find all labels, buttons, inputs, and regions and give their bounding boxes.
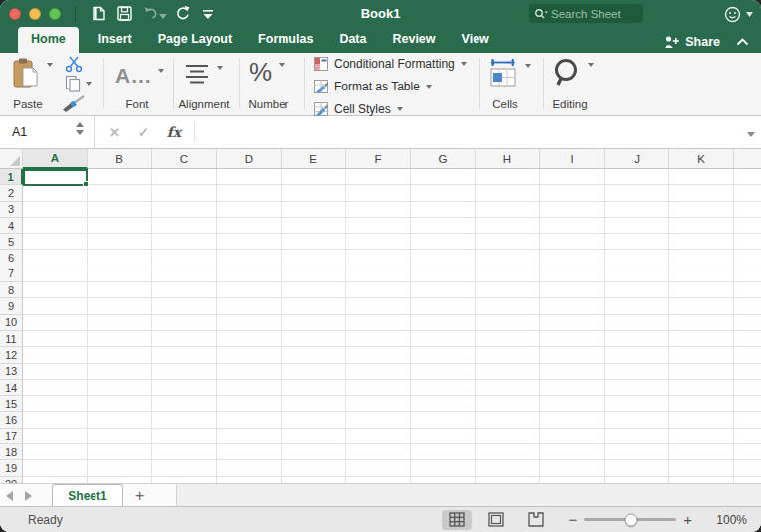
column-header-B[interactable]: B	[88, 149, 152, 169]
paste-button[interactable]	[10, 57, 53, 90]
grid-cell-D4[interactable]	[217, 218, 282, 234]
grid-cell-B3[interactable]	[88, 202, 152, 218]
grid-cell-C7[interactable]	[152, 266, 217, 282]
grid-cell-K1[interactable]	[669, 169, 734, 185]
grid-cell-E9[interactable]	[282, 298, 346, 314]
grid-cell-C16[interactable]	[152, 412, 217, 428]
grid-cell-K11[interactable]	[669, 331, 734, 347]
grid-cell-H19[interactable]	[476, 460, 540, 476]
grid-cell-K15[interactable]	[669, 396, 734, 412]
grid-cell-A2[interactable]	[23, 185, 88, 201]
grid-cell-partial-4[interactable]	[734, 218, 761, 234]
grid-cell-C18[interactable]	[152, 444, 217, 460]
grid-cell-B14[interactable]	[88, 380, 152, 396]
grid-cell-B17[interactable]	[88, 429, 152, 444]
grid-cell-K18[interactable]	[669, 444, 734, 460]
grid-cell-G5[interactable]	[411, 234, 476, 250]
row-header-4[interactable]: 4	[0, 218, 23, 234]
grid-cell-B4[interactable]	[88, 218, 152, 234]
grid-cell-J18[interactable]	[605, 444, 669, 460]
grid-cell-A4[interactable]	[23, 218, 88, 234]
column-header-E[interactable]: E	[282, 149, 346, 169]
grid-cell-F7[interactable]	[346, 266, 411, 282]
grid-cell-A10[interactable]	[23, 315, 88, 331]
add-sheet-button[interactable]: +	[123, 487, 156, 505]
grid-cell-G13[interactable]	[411, 364, 476, 380]
zoom-slider[interactable]	[584, 518, 676, 521]
grid-cell-C19[interactable]	[152, 460, 217, 476]
grid-cell-D3[interactable]	[217, 202, 282, 218]
grid-cell-H4[interactable]	[476, 218, 540, 234]
row-header-6[interactable]: 6	[0, 250, 23, 266]
grid-cell-G16[interactable]	[411, 412, 476, 428]
cells-menu-button[interactable]	[487, 58, 531, 89]
zoom-in-button[interactable]: +	[676, 511, 699, 528]
alignment-menu-button[interactable]	[183, 63, 223, 85]
grid-cell-partial-1[interactable]	[734, 169, 761, 185]
grid-cell-D5[interactable]	[217, 234, 282, 250]
grid-cell-partial-13[interactable]	[734, 364, 761, 380]
grid-cell-A18[interactable]	[23, 444, 88, 460]
grid-cell-I15[interactable]	[540, 396, 605, 412]
grid-cell-partial-7[interactable]	[734, 266, 761, 282]
collapse-ribbon-button[interactable]	[736, 38, 749, 46]
grid-cell-I19[interactable]	[540, 460, 605, 476]
grid-cell-F12[interactable]	[346, 347, 411, 363]
row-header-9[interactable]: 9	[0, 298, 23, 314]
grid-cell-F17[interactable]	[346, 429, 411, 444]
column-header-F[interactable]: F	[346, 149, 411, 169]
grid-cell-H13[interactable]	[476, 364, 540, 380]
grid-cell-E10[interactable]	[282, 315, 346, 331]
grid-cell-C1[interactable]	[152, 169, 217, 185]
insert-function-button[interactable]: fx	[158, 124, 190, 140]
grid-cell-F1[interactable]	[346, 169, 411, 185]
grid-cell-D6[interactable]	[217, 250, 282, 266]
copy-button[interactable]	[64, 75, 92, 92]
grid-cell-I16[interactable]	[540, 412, 605, 428]
grid-cell-J5[interactable]	[605, 234, 669, 250]
grid-cell-E11[interactable]	[282, 331, 346, 347]
grid-cell-B9[interactable]	[88, 298, 152, 314]
enter-button[interactable]: ✓	[129, 125, 158, 140]
grid-cell-I4[interactable]	[540, 218, 605, 234]
column-header-C[interactable]: C	[152, 149, 217, 169]
grid-cell-H15[interactable]	[476, 396, 540, 412]
page-layout-view-button[interactable]	[481, 510, 511, 530]
grid-cell-G17[interactable]	[411, 429, 476, 444]
grid-cell-C9[interactable]	[152, 298, 217, 314]
grid-cell-G1[interactable]	[411, 169, 476, 185]
grid-cell-A7[interactable]	[23, 266, 88, 282]
grid-cell-A15[interactable]	[23, 396, 88, 412]
row-header-3[interactable]: 3	[0, 202, 23, 218]
grid-cell-partial-16[interactable]	[734, 412, 761, 428]
grid-cell-F15[interactable]	[346, 396, 411, 412]
grid-cell-D9[interactable]	[217, 298, 282, 314]
row-header-12[interactable]: 12	[0, 347, 23, 363]
grid-cell-E15[interactable]	[282, 396, 346, 412]
grid-cell-D11[interactable]	[217, 331, 282, 347]
expand-formula-bar-button[interactable]	[747, 125, 755, 140]
zoom-out-button[interactable]: −	[561, 511, 584, 528]
grid-cell-F19[interactable]	[346, 460, 411, 476]
grid-cell-H1[interactable]	[476, 169, 540, 185]
grid-cell-I13[interactable]	[540, 364, 605, 380]
grid-cell-C3[interactable]	[152, 202, 217, 218]
grid-cell-partial-15[interactable]	[734, 396, 761, 412]
grid-cell-K6[interactable]	[669, 250, 734, 266]
grid-cell-K9[interactable]	[669, 298, 734, 314]
grid-cell-F14[interactable]	[346, 380, 411, 396]
grid-cell-G2[interactable]	[411, 185, 476, 201]
grid-cell-D17[interactable]	[217, 429, 282, 444]
grid-cell-C13[interactable]	[152, 364, 217, 380]
grid-cell-A3[interactable]	[23, 202, 88, 218]
grid-cell-I18[interactable]	[540, 444, 605, 460]
grid-cell-E17[interactable]	[282, 429, 346, 444]
feedback-button[interactable]	[721, 3, 743, 25]
grid-cell-F9[interactable]	[346, 298, 411, 314]
grid-cell-K7[interactable]	[669, 266, 734, 282]
grid-cell-J13[interactable]	[605, 364, 669, 380]
grid-cell-K16[interactable]	[669, 412, 734, 428]
grid-cell-C14[interactable]	[152, 380, 217, 396]
grid-cell-F18[interactable]	[346, 444, 411, 460]
grid-cell-C2[interactable]	[152, 185, 217, 201]
